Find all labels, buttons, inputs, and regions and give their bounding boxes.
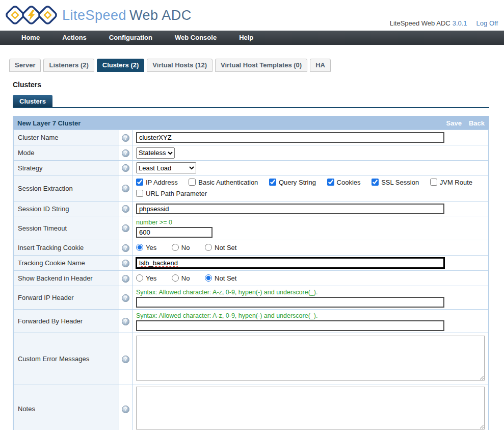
radio-label: Not Set <box>215 274 236 282</box>
save-button[interactable]: Save <box>446 119 462 127</box>
checkbox-cookies[interactable]: Cookies <box>327 179 361 186</box>
form-row-forward-ip-header: Forward IP Header ? Syntax: Allowed char… <box>14 286 489 310</box>
form-row-mode: Mode ? Stateless <box>14 145 489 161</box>
account-bar: LiteSpeed Web ADC3.0.1Log Off <box>390 19 498 27</box>
nav-item-configuration[interactable]: Configuration <box>98 31 164 45</box>
custom-error-messages-textarea[interactable] <box>136 336 485 381</box>
tab-clusters[interactable]: Clusters (2) <box>97 59 145 72</box>
checkbox-ssl-session[interactable]: SSL Session <box>372 179 419 186</box>
forward-ip-header-input[interactable] <box>136 297 444 308</box>
form-row-tracking-cookie-name: Tracking Cookie Name ? <box>14 256 489 271</box>
radio-label: No <box>181 244 190 251</box>
radio-label: No <box>181 274 190 282</box>
field-label: Mode <box>14 145 119 161</box>
help-icon[interactable]: ? <box>122 356 129 363</box>
field-label: Tracking Cookie Name <box>14 256 119 271</box>
tab-virtual-hosts[interactable]: Virtual Hosts (12) <box>147 59 213 72</box>
tab-server[interactable]: Server <box>9 59 41 72</box>
nav-item-help[interactable]: Help <box>228 31 264 45</box>
form-row-session-id-string: Session ID String ? <box>14 201 489 216</box>
version-label: 3.0.1 <box>453 19 467 27</box>
log-off-link[interactable]: Log Off <box>476 19 498 27</box>
help-icon[interactable]: ? <box>122 294 129 302</box>
checkbox-label: SSL Session <box>381 179 419 186</box>
field-label: Insert Tracking Cookie <box>14 240 119 256</box>
checkbox-basic-authentication[interactable]: Basic Authentication <box>189 179 258 186</box>
radio-label: Yes <box>146 244 156 251</box>
field-hint: Syntax: Allowed character: A-z, 0-9, hyp… <box>136 289 485 296</box>
product-label: LiteSpeed Web ADC <box>390 19 450 27</box>
nav-item-home[interactable]: Home <box>10 31 51 45</box>
checkbox-url-path-parameter[interactable]: URL Path Parameter <box>136 190 207 197</box>
form-row-cluster-name: Cluster Name ? <box>14 130 489 145</box>
tab-virtual-host-templates[interactable]: Virtual Host Templates (0) <box>215 59 307 72</box>
field-label: Notes <box>14 385 119 430</box>
field-label: Forwarded By Header <box>14 310 119 333</box>
checkbox-label: JVM Route <box>440 179 472 186</box>
field-label: Forward IP Header <box>14 286 119 310</box>
radio-insert-cookie-no[interactable]: No <box>172 244 190 251</box>
form-row-session-extraction: Session Extraction ? IP Address Basic Au… <box>14 175 489 201</box>
help-icon[interactable]: ? <box>122 406 129 413</box>
checkbox-label: Query String <box>279 179 316 186</box>
checkbox-label: Cookies <box>337 179 361 186</box>
tab-ha[interactable]: HA <box>310 59 331 72</box>
help-icon[interactable]: ? <box>122 164 129 172</box>
main-nav: Home Actions Configuration Web Console H… <box>0 31 504 45</box>
help-icon[interactable]: ? <box>122 205 129 213</box>
help-icon[interactable]: ? <box>122 244 129 252</box>
panel-title: New Layer 7 Cluster <box>17 119 439 127</box>
subtab-clusters[interactable]: Clusters <box>13 95 52 107</box>
form-row-forwarded-by-header: Forwarded By Header ? Syntax: Allowed ch… <box>14 310 489 333</box>
form-row-notes: Notes ? <box>14 385 489 430</box>
litespeed-logo-icon <box>4 4 59 27</box>
checkbox-label: URL Path Parameter <box>146 190 207 197</box>
form-row-custom-error-messages: Custom Error Messages ? <box>14 333 489 385</box>
cluster-form: Cluster Name ? Mode ? Stateless Strategy… <box>13 130 489 430</box>
strategy-select[interactable]: Least Load <box>136 162 196 173</box>
radio-insert-cookie-yes[interactable]: Yes <box>136 244 156 251</box>
field-label: Cluster Name <box>14 130 119 145</box>
help-icon[interactable]: ? <box>122 149 129 157</box>
field-label: Custom Error Messages <box>14 333 119 385</box>
field-label: Session Extraction <box>14 175 119 201</box>
litespeed-logo: LiteSpeed Web ADC <box>4 4 192 27</box>
radio-insert-cookie-not-set[interactable]: Not Set <box>205 244 236 251</box>
help-icon[interactable]: ? <box>122 260 129 267</box>
mode-select[interactable]: Stateless <box>136 147 175 159</box>
field-label: Session ID String <box>14 201 119 216</box>
form-row-insert-tracking-cookie: Insert Tracking Cookie ? Yes No Not Set <box>14 240 489 256</box>
radio-show-backend-yes[interactable]: Yes <box>136 274 156 282</box>
back-button[interactable]: Back <box>469 119 485 127</box>
form-row-strategy: Strategy ? Least Load <box>14 161 489 175</box>
form-row-session-timeout: Session Timeout ? number >= 0 <box>14 216 489 240</box>
help-icon[interactable]: ? <box>122 134 129 142</box>
nav-item-web-console[interactable]: Web Console <box>164 31 228 45</box>
tab-listeners[interactable]: Listeners (2) <box>43 59 94 72</box>
sub-tab-bar: Clusters <box>13 95 489 108</box>
checkbox-label: Basic Authentication <box>198 179 258 186</box>
logo-text-dark: Web ADC <box>129 8 192 23</box>
radio-label: Yes <box>146 274 156 282</box>
help-icon[interactable]: ? <box>122 275 129 283</box>
checkbox-jvm-route[interactable]: JVM Route <box>430 179 472 186</box>
checkbox-query-string[interactable]: Query String <box>269 179 316 186</box>
cluster-name-input[interactable] <box>136 132 444 143</box>
tracking-cookie-name-input[interactable] <box>136 258 444 268</box>
help-icon[interactable]: ? <box>122 224 129 232</box>
field-label: Show Backend in Header <box>14 271 119 286</box>
checkbox-ip-address[interactable]: IP Address <box>136 179 178 186</box>
forwarded-by-header-input[interactable] <box>136 320 444 331</box>
help-icon[interactable]: ? <box>122 318 129 325</box>
session-id-string-input[interactable] <box>136 204 444 214</box>
logo-text-light: LiteSpeed <box>62 8 126 23</box>
notes-textarea[interactable] <box>136 387 485 429</box>
field-hint: number >= 0 <box>136 219 485 226</box>
nav-item-actions[interactable]: Actions <box>51 31 98 45</box>
page-header: LiteSpeed Web ADC LiteSpeed Web ADC3.0.1… <box>0 0 504 31</box>
session-timeout-input[interactable] <box>136 227 213 238</box>
help-icon[interactable]: ? <box>122 185 129 192</box>
radio-show-backend-not-set[interactable]: Not Set <box>205 274 236 282</box>
page-title: Clusters <box>13 81 504 89</box>
radio-show-backend-no[interactable]: No <box>172 274 190 282</box>
